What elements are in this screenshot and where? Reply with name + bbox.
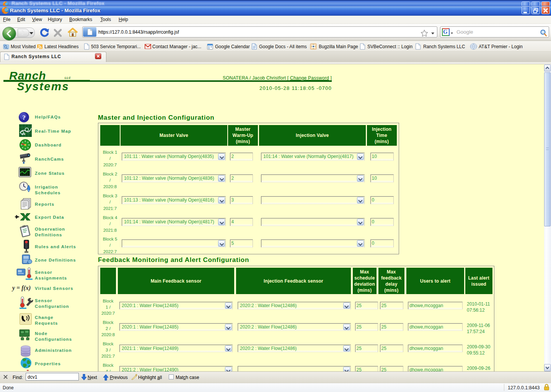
svg-text:24: 24 xyxy=(22,132,25,136)
svg-text:?: ? xyxy=(22,114,26,121)
